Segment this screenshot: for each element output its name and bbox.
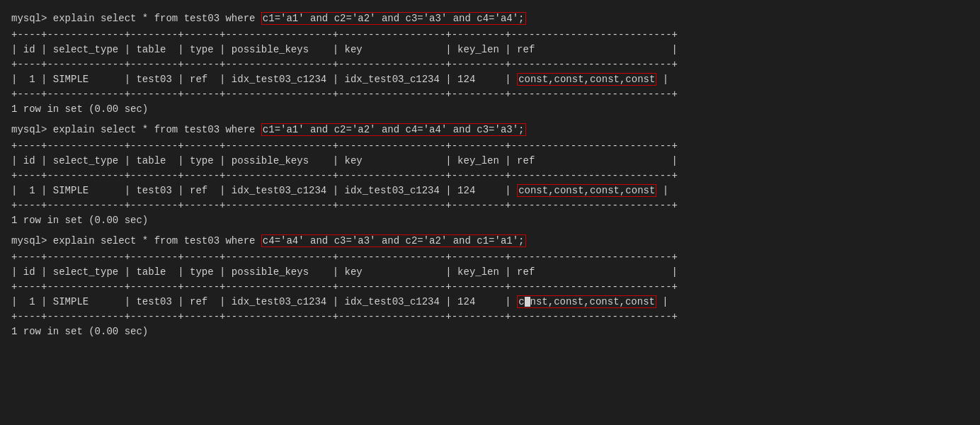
prompt-3: mysql> explain select * from test03 wher… — [11, 235, 261, 246]
section-3: mysql> explain select * from test03 wher… — [11, 234, 969, 339]
sep2-mid: +----+-------------+--------+------+----… — [11, 169, 969, 183]
prompt-1: mysql> explain select * from test03 wher… — [11, 13, 261, 24]
terminal: mysql> explain select * from test03 wher… — [11, 11, 969, 339]
data-row-1: | 1 | SIMPLE | test03 | ref | idx_test03… — [11, 72, 969, 87]
sep3-bot: +----+-------------+--------+------+----… — [11, 310, 969, 324]
highlight-ref-3: cnst,const,const,const — [517, 295, 656, 308]
sep3-top: +----+-------------+--------+------+----… — [11, 250, 969, 265]
header-3: | id | select_type | table | type | poss… — [11, 265, 969, 280]
result-2: 1 row in set (0.00 sec) — [11, 213, 969, 228]
data-row-3: | 1 | SIMPLE | test03 | ref | idx_test03… — [11, 295, 969, 310]
highlight-query-3: c4='a4' and c3='a3' and c2='a2' and c1='… — [261, 234, 526, 247]
sep3-mid: +----+-------------+--------+------+----… — [11, 280, 969, 295]
query-line-3: mysql> explain select * from test03 wher… — [11, 234, 969, 249]
result-1: 1 row in set (0.00 sec) — [11, 102, 969, 117]
result-3: 1 row in set (0.00 sec) — [11, 324, 969, 339]
query-line-1: mysql> explain select * from test03 wher… — [11, 11, 969, 26]
data-row-2: | 1 | SIMPLE | test03 | ref | idx_test03… — [11, 183, 969, 198]
prompt-2: mysql> explain select * from test03 wher… — [11, 124, 261, 135]
highlight-ref-1: const,const,const,const — [517, 73, 656, 86]
header-2: | id | select_type | table | type | poss… — [11, 154, 969, 169]
highlight-query-1: c1='a1' and c2='a2' and c3='a3' and c4='… — [261, 12, 526, 25]
section-1: mysql> explain select * from test03 wher… — [11, 11, 969, 117]
sep1-bot: +----+-------------+--------+------+----… — [11, 87, 969, 102]
text-cursor — [525, 297, 530, 307]
section-2: mysql> explain select * from test03 wher… — [11, 123, 969, 228]
sep2-top: +----+-------------+--------+------+----… — [11, 139, 969, 154]
header-1: | id | select_type | table | type | poss… — [11, 42, 969, 57]
sep1-top: +----+-------------+--------+------+----… — [11, 28, 969, 42]
sep1-mid: +----+-------------+--------+------+----… — [11, 57, 969, 72]
sep2-bot: +----+-------------+--------+------+----… — [11, 198, 969, 213]
highlight-ref-2: const,const,const,const — [517, 184, 656, 197]
highlight-query-2: c1='a1' and c2='a2' and c4='a4' and c3='… — [261, 123, 526, 136]
query-line-2: mysql> explain select * from test03 wher… — [11, 123, 969, 137]
